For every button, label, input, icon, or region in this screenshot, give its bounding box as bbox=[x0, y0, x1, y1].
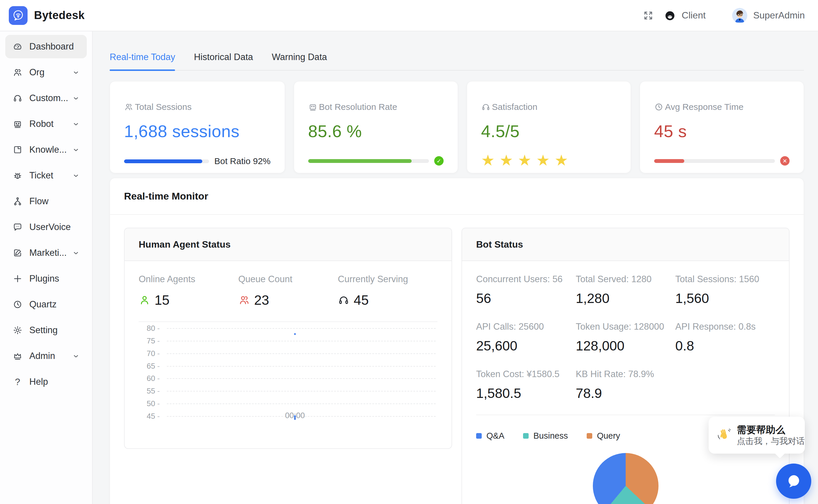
sidebar-item-label: Help bbox=[29, 377, 80, 387]
metric-cell: Token Cost: ¥1580.51,580.5 bbox=[476, 369, 576, 401]
sidebar-item-label: Admin bbox=[29, 351, 72, 361]
avg-response-card: Avg Response Time 45 s ✕ bbox=[640, 81, 804, 173]
chat-tooltip-title: 需要帮助么 bbox=[737, 425, 805, 435]
panel-title: Human Agent Status bbox=[139, 239, 231, 250]
sidebar-item-flow[interactable]: Flow bbox=[5, 190, 87, 213]
sidebar-item-admin[interactable]: Admin bbox=[5, 344, 87, 368]
card-label: Satisfaction bbox=[492, 102, 538, 112]
sidebar-item-quartz[interactable]: Quartz bbox=[5, 293, 87, 316]
brand: Bytedesk bbox=[9, 6, 85, 25]
client-link[interactable]: Client bbox=[682, 10, 706, 21]
sidebar-item-label: Dashboard bbox=[29, 41, 80, 52]
bytedesk-dashboard: Bytedesk Client bbox=[0, 0, 818, 504]
people-icon bbox=[238, 294, 250, 306]
panel-header: Human Agent Status bbox=[125, 228, 452, 261]
metric-label: Total Sessions: 1560 bbox=[675, 274, 775, 285]
divider bbox=[476, 415, 775, 415]
human-agent-status-panel: Human Agent Status Online Agents 15 bbox=[124, 228, 452, 449]
tab-realtime-today[interactable]: Real-time Today bbox=[110, 52, 175, 70]
progress-row: Bot Ratio 92% bbox=[124, 156, 271, 166]
user-avatar[interactable] bbox=[732, 8, 747, 23]
currently-serving-stat: Currently Serving 45 bbox=[338, 274, 438, 308]
legend-swatch bbox=[523, 433, 529, 439]
pie-wrap bbox=[476, 453, 775, 504]
chat-tooltip-subtitle: 点击我，与我对话 bbox=[737, 437, 805, 445]
metric-cell: Token Usage: 128000128,000 bbox=[576, 321, 676, 354]
gear-icon bbox=[12, 325, 23, 336]
card-label: Avg Response Time bbox=[665, 102, 744, 112]
sidebar-item-help[interactable]: ? Help bbox=[5, 370, 87, 394]
chevron-down-icon bbox=[72, 172, 80, 179]
sidebar-item-knowledge[interactable]: Knowle... bbox=[5, 138, 87, 161]
stat-cards-row: Total Sessions 1,688 sessions Bot Ratio … bbox=[110, 81, 804, 173]
metric-label: KB Hit Rate: 78.9% bbox=[576, 369, 676, 379]
comment-icon bbox=[12, 222, 23, 232]
sidebar-item-customer[interactable]: Custom... bbox=[5, 86, 87, 110]
gridline bbox=[167, 328, 436, 329]
metric-value: 128,000 bbox=[576, 338, 676, 354]
gauge-icon bbox=[12, 41, 23, 52]
user-name[interactable]: SuperAdmin bbox=[753, 10, 805, 21]
metric-label: API Response: 0.8s bbox=[675, 321, 775, 332]
sidebar-item-marketing[interactable]: Marketi... bbox=[5, 241, 87, 265]
metric-value: 1,580.5 bbox=[476, 385, 576, 401]
headset-icon bbox=[12, 93, 23, 103]
gridline bbox=[167, 341, 436, 341]
metric-cell: API Calls: 2560025,600 bbox=[476, 321, 576, 354]
fullscreen-button[interactable] bbox=[642, 9, 655, 22]
tab-historical-data[interactable]: Historical Data bbox=[194, 52, 253, 70]
sidebar-item-label: Quartz bbox=[29, 299, 80, 310]
metric-value: 25,600 bbox=[476, 338, 576, 354]
clock-icon bbox=[12, 299, 23, 310]
bot-resolution-card: Bot Resolution Rate 85.6 % ✓ bbox=[294, 81, 458, 173]
progress-label: Bot Ratio 92% bbox=[214, 156, 271, 166]
progress-fill bbox=[654, 159, 684, 163]
sidebar-item-setting[interactable]: Setting bbox=[5, 319, 87, 342]
card-value: 45 s bbox=[654, 121, 790, 141]
bytedesk-logo bbox=[9, 6, 28, 25]
divider bbox=[139, 321, 438, 322]
chat-launcher-button[interactable] bbox=[776, 464, 811, 499]
avatar-image bbox=[732, 8, 747, 23]
progress-fill bbox=[124, 159, 202, 163]
realtime-monitor-section: Real-time Monitor Human Agent Status Onl… bbox=[110, 178, 804, 504]
panel-title: Bot Status bbox=[476, 239, 523, 250]
stat-value-row: 45 bbox=[338, 292, 438, 308]
chat-invite-tooltip[interactable]: 需要帮助么 点击我，与我对话 bbox=[709, 417, 805, 454]
sidebar-item-label: Robot bbox=[29, 119, 72, 129]
gridline bbox=[167, 403, 436, 404]
sidebar-item-label: Ticket bbox=[29, 170, 72, 181]
sidebar-item-plugins[interactable]: Plugins bbox=[5, 267, 87, 290]
sidebar-item-ticket[interactable]: Ticket bbox=[5, 164, 87, 187]
stat-value-row: 15 bbox=[139, 292, 238, 308]
section-title: Real-time Monitor bbox=[124, 190, 790, 202]
legend-item-business[interactable]: Business bbox=[523, 431, 568, 441]
legend-item-query[interactable]: Query bbox=[587, 431, 620, 441]
progress-track bbox=[124, 159, 209, 163]
tab-warning-data[interactable]: Warning Data bbox=[272, 52, 327, 70]
card-label-row: Satisfaction bbox=[481, 102, 617, 112]
person-icon bbox=[139, 294, 150, 306]
agent-stats-row: Online Agents 15 Queue Count bbox=[139, 274, 438, 308]
chat-wifi-icon bbox=[11, 9, 25, 22]
pen-square-icon bbox=[12, 248, 23, 258]
robot-icon bbox=[308, 102, 317, 112]
star-rating: ★★★★★ bbox=[481, 151, 617, 169]
sidebar-item-dashboard[interactable]: Dashboard bbox=[5, 35, 87, 58]
bot-pie-chart bbox=[593, 453, 659, 504]
sidebar-item-robot[interactable]: Robot bbox=[5, 112, 87, 136]
sidebar-item-org[interactable]: Org bbox=[5, 61, 87, 84]
sidebar-item-label: Setting bbox=[29, 325, 80, 336]
metric-cell: Total Sessions: 15601,560 bbox=[675, 274, 775, 306]
metric-label: Concurrent Users: 56 bbox=[476, 274, 576, 285]
people-icon bbox=[12, 67, 23, 78]
gridline bbox=[167, 353, 436, 354]
sidebar-item-uservoice[interactable]: UserVoice bbox=[5, 215, 87, 239]
chevron-down-icon bbox=[72, 146, 80, 154]
github-link[interactable] bbox=[664, 9, 676, 22]
headset-icon bbox=[481, 102, 491, 112]
bot-metrics-grid: Concurrent Users: 5656 Total Served: 128… bbox=[476, 274, 775, 401]
legend-item-qa[interactable]: Q&A bbox=[476, 431, 504, 441]
y-axis-tick: 70 bbox=[139, 349, 160, 358]
progress-track bbox=[308, 159, 429, 163]
